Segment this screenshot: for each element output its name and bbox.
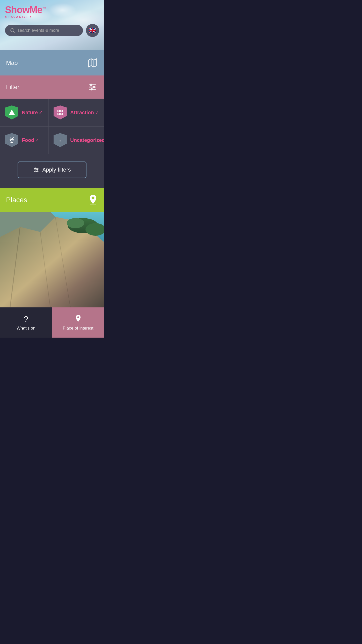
poi-icon bbox=[74, 314, 82, 324]
nature-label-wrapper: Nature ✓ bbox=[22, 109, 43, 115]
whats-on-label: What's on bbox=[17, 326, 35, 331]
food-label: Food bbox=[22, 137, 34, 143]
category-grid: Nature ✓ Attraction ✓ bbox=[0, 99, 104, 154]
logo-area: ShowMe™ STAVANGER bbox=[5, 5, 99, 19]
uncategorized-label-wrapper: Uncategorized ✓ bbox=[70, 137, 104, 143]
svg-point-27 bbox=[35, 168, 36, 169]
attraction-icon bbox=[57, 109, 64, 116]
category-nature[interactable]: Nature ✓ bbox=[0, 99, 48, 126]
question-mark-icon: ? bbox=[24, 314, 28, 324]
flag-icon: 🇬🇧 bbox=[89, 27, 96, 34]
place-of-interest-label: Place of interest bbox=[63, 326, 94, 331]
food-check: ✓ bbox=[35, 137, 39, 143]
search-bar: 🇬🇧 bbox=[5, 24, 99, 37]
bottom-nav: ? What's on Place of interest bbox=[0, 307, 104, 338]
places-label: Places bbox=[6, 196, 27, 204]
nature-badge bbox=[5, 105, 18, 119]
attraction-label: Attraction bbox=[70, 110, 94, 115]
svg-marker-2 bbox=[88, 59, 97, 67]
svg-rect-14 bbox=[61, 110, 63, 112]
svg-rect-13 bbox=[58, 110, 60, 112]
svg-line-1 bbox=[14, 31, 15, 32]
search-icon bbox=[10, 28, 15, 33]
svg-rect-15 bbox=[58, 113, 60, 115]
logo-showme: ShowMe™ bbox=[5, 5, 46, 15]
mountain-icon bbox=[8, 109, 15, 116]
svg-point-29 bbox=[35, 171, 36, 172]
nav-whats-on[interactable]: ? What's on bbox=[0, 307, 52, 338]
apply-filters-button[interactable]: Apply filters bbox=[18, 162, 86, 178]
map-icon bbox=[87, 57, 98, 68]
map-section[interactable]: Map bbox=[0, 50, 104, 75]
food-icon bbox=[9, 137, 15, 143]
svg-point-10 bbox=[91, 89, 93, 90]
cliff-svg bbox=[0, 212, 104, 307]
search-input-wrapper[interactable] bbox=[5, 25, 83, 36]
category-attraction[interactable]: Attraction ✓ bbox=[48, 99, 104, 126]
svg-point-40 bbox=[67, 218, 84, 228]
svg-point-30 bbox=[92, 197, 94, 199]
apply-filters-container: Apply filters bbox=[0, 154, 104, 188]
attraction-badge bbox=[54, 105, 67, 119]
info-icon bbox=[57, 137, 63, 144]
svg-point-8 bbox=[90, 84, 92, 86]
search-input[interactable] bbox=[18, 28, 78, 33]
logo-city: STAVANGER bbox=[5, 15, 46, 19]
svg-point-28 bbox=[37, 169, 38, 170]
filter-icon bbox=[87, 83, 98, 92]
food-label-wrapper: Food ✓ bbox=[22, 137, 39, 143]
map-label: Map bbox=[6, 59, 18, 66]
nature-check: ✓ bbox=[39, 109, 43, 115]
attraction-check: ✓ bbox=[95, 109, 99, 115]
svg-point-23 bbox=[60, 139, 60, 139]
places-image bbox=[0, 212, 104, 307]
sliders-icon bbox=[33, 167, 39, 173]
places-section[interactable]: Places bbox=[0, 188, 104, 212]
filter-section[interactable]: Filter bbox=[0, 75, 104, 99]
attraction-label-wrapper: Attraction ✓ bbox=[70, 109, 99, 115]
svg-point-41 bbox=[77, 316, 79, 318]
location-pin-icon bbox=[88, 194, 98, 206]
apply-filters-label: Apply filters bbox=[42, 167, 71, 173]
svg-rect-16 bbox=[61, 113, 63, 115]
nature-label: Nature bbox=[22, 110, 38, 115]
svg-point-9 bbox=[93, 86, 95, 88]
uncategorized-badge bbox=[54, 133, 67, 147]
uncategorized-label: Uncategorized bbox=[70, 137, 104, 143]
nav-place-of-interest[interactable]: Place of interest bbox=[52, 307, 104, 338]
category-uncategorized[interactable]: Uncategorized ✓ bbox=[48, 126, 104, 154]
filter-label: Filter bbox=[6, 84, 19, 91]
category-food[interactable]: Food ✓ bbox=[0, 126, 48, 154]
language-button[interactable]: 🇬🇧 bbox=[86, 24, 99, 37]
logo: ShowMe™ STAVANGER bbox=[5, 5, 46, 19]
food-badge bbox=[5, 133, 18, 147]
header: ShowMe™ STAVANGER 🇬🇧 bbox=[0, 0, 104, 50]
